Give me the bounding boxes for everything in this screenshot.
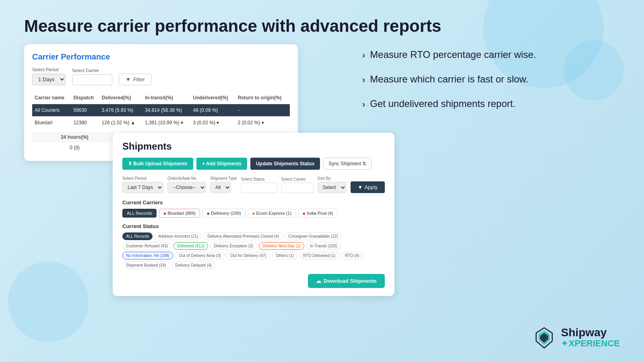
download-label: Download Shipments <box>324 278 377 284</box>
feature-text-1: Measure RTO percentage carrier wise. <box>370 48 536 61</box>
feature-list: › Measure RTO percentage carrier wise. ›… <box>362 48 620 110</box>
col-intransit: In-transit(%) <box>142 92 191 104</box>
status-tag-out-delivery[interactable]: Out for Delivery (47) <box>227 252 270 259</box>
chevron-icon: › <box>362 74 365 86</box>
carrier-tag-ecom[interactable]: ■ Ecom Express (1) <box>248 209 296 218</box>
add-shipments-button[interactable]: + Add Shipments <box>196 158 247 170</box>
filter-apply-icon: ▼ <box>358 184 363 190</box>
india-icon: ■ <box>303 211 305 216</box>
period-filter-select[interactable]: Last 7 Days <box>122 182 163 193</box>
period-select[interactable]: 1 Days <box>32 74 66 85</box>
sync-shipment-button[interactable]: Sync Shipment ⇅ <box>323 158 372 170</box>
feature-text-2: Measure which carrier is fast or slow. <box>370 73 528 86</box>
status-tag-all[interactable]: ALL Records <box>122 232 153 240</box>
bulk-upload-button[interactable]: ⬆ Bulk Upload Shipments <box>122 158 193 170</box>
type-filter-select[interactable]: All <box>210 182 231 193</box>
status-filter-input[interactable] <box>241 183 277 193</box>
delhivery-icon: ■ <box>207 211 209 216</box>
type-filter-label: Shipment Type <box>210 176 237 181</box>
status-tag-intransit[interactable]: In Transit (103) <box>306 242 341 250</box>
status-tag-no-info[interactable]: No Information Yet (208) <box>122 252 173 259</box>
status-tag-rto-delivered[interactable]: RTO Delivered (1) <box>299 252 339 259</box>
feature-text-3: Get undelivered shipments report. <box>370 97 516 110</box>
period-label: Select Period <box>32 67 66 72</box>
status-tag-delayed[interactable]: Delivery Delayed (4) <box>172 261 216 269</box>
current-status-label: Current Status <box>122 223 385 229</box>
sort-filter-select[interactable]: Select <box>318 182 347 193</box>
filters-row: Select Period Last 7 Days OrderId/Awb No… <box>122 176 385 193</box>
carrier-tag-all[interactable]: ALL Records <box>122 209 157 218</box>
logo-shipway-text: Shipway <box>561 327 607 338</box>
sync-chevron-icon: ⇅ <box>362 161 366 167</box>
features-panel: › Measure RTO percentage carrier wise. ›… <box>362 44 620 161</box>
status-tag-rto[interactable]: RTO (4) <box>341 252 363 259</box>
chevron-icon: › <box>362 99 365 111</box>
table-row: All Couriers 59630 3,476 (5.83 %) 34,814… <box>32 104 290 117</box>
col-undelivered: Undelivered(%) <box>191 92 235 104</box>
update-shipments-label: Update Shipments Status <box>256 161 314 167</box>
filter-icon: ▼ <box>126 76 131 82</box>
apply-label: Apply <box>364 184 378 190</box>
col-return: Return to origin(%) <box>235 92 290 104</box>
table-row: Bluedart 12380 126 (1.02 %) ▲ 1,361 (10.… <box>32 117 290 129</box>
apply-button[interactable]: ▼ Apply <box>351 181 385 193</box>
bulk-upload-label: Bulk Upload Shipments <box>133 161 188 167</box>
chevron-icon: › <box>362 49 365 62</box>
status-tag-exception[interactable]: Delivery Exception (2) <box>210 242 257 250</box>
carrier-tag-delhivery[interactable]: ■ Delhivery (200) <box>202 209 246 218</box>
carrier-filter-input[interactable] <box>281 183 314 193</box>
order-filter-label: OrderId/Awb No. <box>167 176 206 181</box>
shipments-toolbar: ⬆ Bulk Upload Shipments + Add Shipments … <box>122 158 385 170</box>
col-dispatch: Dispatch <box>71 92 99 104</box>
list-item: › Measure RTO percentage carrier wise. <box>362 48 620 62</box>
download-shipments-button[interactable]: ☁ Download Shipments <box>308 274 385 288</box>
ecom-icon: ■ <box>252 211 255 216</box>
update-shipments-button[interactable]: Update Shipments Status <box>250 158 320 170</box>
status-tag-address[interactable]: Address Incorrect (21) <box>155 232 202 240</box>
shipments-card: Shipments ⬆ Bulk Upload Shipments + Add … <box>113 133 394 296</box>
status-tag-others[interactable]: Others (1) <box>272 252 297 259</box>
add-icon: + <box>202 161 205 167</box>
status-tag-refused[interactable]: Customer Refused (43) <box>122 242 171 250</box>
status-tag-out-area[interactable]: Out of Delivery Area (3) <box>175 252 224 259</box>
filter-button[interactable]: ▼ Filter <box>119 74 152 85</box>
carrier-input[interactable] <box>72 74 112 85</box>
status-tag-nextday[interactable]: Delivery Next Day (1) <box>259 242 304 250</box>
status-filter-label: Select Status <box>241 177 277 181</box>
order-filter-select[interactable]: --Choose-- <box>167 182 206 193</box>
sync-shipment-label: Sync Shipment <box>328 161 361 167</box>
status-tag-consignee[interactable]: Consignee Unavailable (22) <box>285 232 341 240</box>
logo-text: Shipway ✦ XPERIENCE <box>561 327 620 349</box>
status-tags: ALL Records Address Incorrect (21) Deliv… <box>122 232 385 269</box>
xperience-x-icon: ✦ <box>561 339 568 348</box>
status-tag-delivered[interactable]: Delivered (611) <box>173 242 208 250</box>
add-shipments-label: Add Shipments <box>206 161 242 167</box>
carrier-table: Carrier name Dispatch Delivered(%) In-tr… <box>32 92 290 129</box>
current-carriers-label: Current Carriers <box>122 200 385 206</box>
bluedart-icon: ■ <box>163 211 166 216</box>
col-delivered: Delivered(%) <box>99 92 142 104</box>
logo-area: Shipway ✦ XPERIENCE <box>532 326 620 350</box>
upload-icon: ⬆ <box>128 161 132 167</box>
carrier-tag-india[interactable]: ■ India Post (4) <box>298 209 337 218</box>
filter-btn-label: Filter <box>133 76 145 82</box>
download-row: ☁ Download Shipments <box>122 274 385 288</box>
xperience-label: XPERIENCE <box>569 338 620 349</box>
carrier-card-title: Carrier Performance <box>32 52 290 62</box>
shipway-logo-icon <box>532 326 556 350</box>
carrier-filter-label: Select Carrier <box>281 177 314 181</box>
carrier-label: Select Carrier <box>72 68 112 73</box>
period-filter-label: Select Period <box>122 176 163 181</box>
status-tag-premises[interactable]: Delivery Attempted-Premises Closed (4) <box>204 232 283 240</box>
list-item: › Get undelivered shipments report. <box>362 97 620 111</box>
carrier-tags: ALL Records ■ Bluedart (889) ■ Delhivery… <box>122 209 385 218</box>
download-icon: ☁ <box>316 278 321 284</box>
list-item: › Measure which carrier is fast or slow. <box>362 73 620 86</box>
status-tag-booked[interactable]: Shipment Booked (19) <box>122 261 170 269</box>
col-carrier-name: Carrier name <box>32 92 71 104</box>
shipments-title: Shipments <box>122 141 385 152</box>
carrier-tag-bluedart[interactable]: ■ Bluedart (889) <box>159 209 200 218</box>
logo-xperience-text: ✦ XPERIENCE <box>561 338 620 349</box>
sort-filter-label: Sort By <box>318 176 347 181</box>
